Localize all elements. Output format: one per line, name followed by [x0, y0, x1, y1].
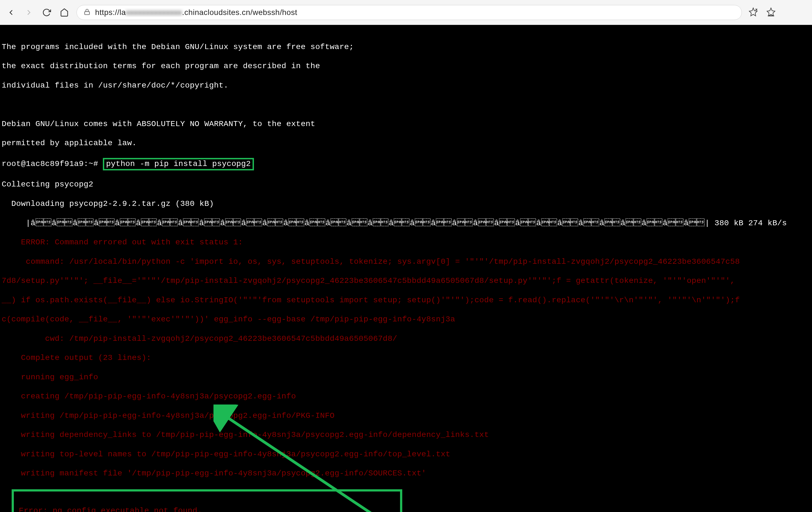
error-line: 7d8/setup.py'"'"'; __file__='"'"'/tmp/pi…	[2, 276, 810, 286]
error-line: writing manifest file '/tmp/pip-pip-egg-…	[2, 469, 810, 479]
back-button[interactable]	[5, 7, 17, 18]
output-line: Collecting psycopg2	[2, 180, 810, 189]
browser-toolbar: https://laxxxxxxxxxxxxxx.chinacloudsites…	[0, 0, 812, 25]
toolbar-actions	[749, 7, 776, 18]
error-line: cwd: /tmp/pip-install-zvgqohj2/psycopg2_…	[2, 334, 810, 344]
error-line: writing dependency_links to /tmp/pip-pip…	[2, 430, 810, 440]
svg-rect-0	[85, 11, 89, 14]
error-line: running egg_info	[2, 373, 810, 382]
blank-line	[2, 100, 810, 110]
error-highlight-box: Error: pg_config executable not found. p…	[12, 489, 402, 512]
forward-button[interactable]	[23, 7, 34, 18]
error-line: c(compile(code, __file__, '"'"'exec'"'"'…	[2, 315, 810, 325]
motd-line: Debian GNU/Linux comes with ABSOLUTELY N…	[2, 119, 810, 129]
command-highlight: python -m pip install psycopg2	[103, 158, 254, 171]
prompt-line: root@1ac8c89f91a9:~# python -m pip insta…	[2, 158, 810, 171]
error-line: Complete output (23 lines):	[2, 353, 810, 363]
output-line: Downloading psycopg2-2.9.2.tar.gz (380 k…	[2, 199, 810, 209]
motd-line: individual files in /usr/share/doc/*/cop…	[2, 81, 810, 91]
lock-icon	[83, 8, 91, 17]
motd-line: permitted by applicable law.	[2, 139, 810, 148]
motd-line: the exact distribution terms for each pr…	[2, 61, 810, 71]
error-line: command: /usr/local/bin/python -c 'impor…	[2, 257, 810, 267]
url-text: https://laxxxxxxxxxxxxxx.chinacloudsites…	[95, 8, 297, 17]
favorite-icon[interactable]	[749, 7, 758, 18]
error-line: __) if os.path.exists(__file__) else io.…	[2, 296, 810, 305]
error-line: writing /tmp/pip-pip-egg-info-4y8snj3a/p…	[2, 411, 810, 421]
error-line: ERROR: Command errored out with exit sta…	[2, 238, 810, 247]
error-line: writing top-level names to /tmp/pip-pip-…	[2, 450, 810, 459]
terminal[interactable]: The programs included with the Debian GN…	[0, 25, 812, 512]
motd-line: The programs included with the Debian GN…	[2, 42, 810, 52]
progress-line: |âââââââââââââ…	[2, 219, 810, 228]
error-line: Error: pg_config executable not found.	[19, 506, 395, 512]
address-bar[interactable]: https://laxxxxxxxxxxxxxx.chinacloudsites…	[77, 5, 742, 20]
home-button[interactable]	[59, 7, 70, 18]
favorites-bar-icon[interactable]	[766, 7, 776, 18]
error-line: creating /tmp/pip-pip-egg-info-4y8snj3a/…	[2, 392, 810, 401]
refresh-button[interactable]	[41, 7, 52, 18]
